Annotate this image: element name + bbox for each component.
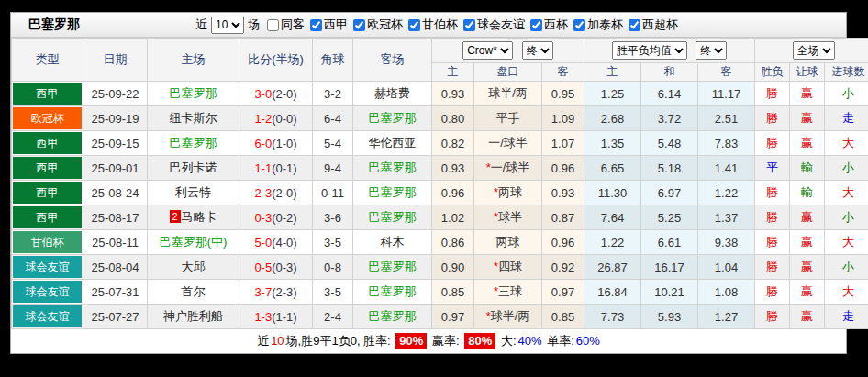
league-badge: 西甲 — [13, 206, 82, 228]
league-checkbox[interactable] — [530, 19, 542, 31]
match-score: 3-7(2-3) — [239, 280, 313, 305]
result-goals: 小 — [825, 82, 868, 106]
col-header-date: 日期 — [83, 39, 148, 82]
avg-away-value: 7.83 — [698, 131, 755, 156]
league-checkbox[interactable] — [629, 19, 640, 31]
odds-home-value: 0.93 — [432, 82, 474, 106]
league-label: 球会友谊 — [477, 17, 525, 33]
handicap-value: *球半 — [474, 205, 542, 230]
result-goals: 小 — [825, 205, 868, 230]
halftime-score: (2-0) — [272, 186, 296, 200]
fulltime-score: 1-1 — [254, 161, 272, 175]
avg-type-select[interactable]: 胜平负均值 — [612, 41, 687, 60]
odds-away-value: 1.09 — [542, 106, 584, 131]
result-winloss: 勝 — [755, 280, 790, 305]
result-goals: 小 — [825, 156, 868, 181]
fulltime-score: 3-0 — [254, 87, 272, 101]
odds-away-value: 0.97 — [542, 280, 584, 305]
corner-score: 0-11 — [313, 181, 353, 205]
scope-select[interactable]: 全场 — [793, 41, 835, 60]
result-winloss: 勝 — [755, 181, 790, 205]
league-checkbox[interactable] — [573, 19, 585, 31]
table-row: 西甲 25-08-24 利云特 2-3(2-0) 0-11 巴塞罗那 0.96 … — [12, 181, 868, 205]
result-handicap: 赢 — [790, 230, 825, 255]
avg-away-value: 2.51 — [698, 106, 755, 131]
league-checkbox[interactable] — [310, 19, 322, 31]
avg-draw-value: 5.25 — [641, 205, 698, 230]
odds-away-value: 0.92 — [542, 255, 584, 280]
table-row: 球会友谊 25-08-04 大邱 0-5(0-3) 0-8 巴塞罗那 0.90 … — [12, 255, 868, 280]
sub-header-avg-away: 客 — [698, 63, 755, 82]
avg-home-value: 2.68 — [584, 106, 641, 131]
league-type-cell: 西甲 — [12, 156, 83, 181]
red-card-badge: 2 — [170, 210, 181, 223]
fulltime-score: 1-3 — [254, 310, 272, 324]
league-type-cell: 西甲 — [12, 82, 83, 106]
home-team: 大邱 — [148, 255, 239, 280]
avg-away-value: 1.27 — [698, 305, 755, 329]
odds-home-value: 0.82 — [432, 131, 474, 156]
result-goals: 大 — [825, 181, 868, 205]
result-handicap: 赢 — [790, 106, 825, 131]
avg-away-value: 1.41 — [698, 156, 755, 181]
match-date: 25-07-27 — [83, 305, 148, 329]
avg-stage-select[interactable]: 终 — [696, 41, 727, 60]
odds-home-value: 0.96 — [432, 181, 474, 205]
league-checkbox[interactable] — [353, 19, 365, 31]
home-team: 巴塞罗那 — [148, 82, 239, 106]
summary-text: 近 — [257, 334, 269, 348]
avg-home-value: 1.35 — [584, 131, 641, 156]
away-team: 巴塞罗那 — [353, 205, 432, 230]
win-rate-badge: 90% — [395, 333, 427, 349]
match-date: 25-09-15 — [83, 131, 148, 156]
away-team: 巴塞罗那 — [353, 305, 432, 329]
match-score: 2-3(2-0) — [239, 181, 313, 205]
match-date: 25-07-31 — [83, 280, 148, 305]
result-handicap: 赢 — [790, 131, 825, 156]
halftime-score: (0-3) — [272, 261, 296, 274]
odds-home-value: 0.90 — [432, 255, 474, 280]
odds-stage-select[interactable]: 终 — [522, 41, 553, 60]
odds-home-value: 1.02 — [432, 205, 474, 230]
handicap-value: *一/球半 — [474, 131, 542, 156]
match-score: 3-0(2-0) — [239, 82, 313, 106]
sub-header-avg-home: 主 — [584, 63, 641, 82]
away-team: 巴塞罗那 — [353, 255, 432, 280]
result-handicap: 赢 — [790, 205, 825, 230]
avg-select-group: 胜平负均值 终 — [584, 39, 755, 63]
avg-home-value: 7.64 — [584, 205, 641, 230]
sub-header-result: 胜负 — [755, 63, 790, 82]
result-handicap: 赢 — [790, 280, 825, 305]
same-away-checkbox[interactable] — [267, 19, 279, 31]
match-count-select[interactable]: 10 — [211, 17, 244, 34]
avg-away-value: 1.04 — [698, 255, 755, 280]
league-checkbox[interactable] — [463, 19, 475, 31]
table-row: 球会友谊 25-07-31 首尔 3-7(2-3) 3-5 巴塞罗那 0.85 … — [12, 280, 868, 305]
match-score: 1-3(1-1) — [239, 305, 313, 329]
halftime-score: (1-1) — [272, 310, 296, 324]
away-team: 科木 — [353, 230, 432, 255]
sub-header-handicap-result: 让球 — [790, 63, 825, 82]
odds-home-value: 0.86 — [432, 230, 474, 255]
league-label: 甘伯杯 — [422, 17, 458, 33]
result-winloss: 勝 — [755, 255, 790, 280]
corner-score: 5-4 — [313, 131, 353, 156]
result-goals: 走 — [825, 106, 868, 131]
league-checkbox[interactable] — [408, 19, 420, 31]
handicap-value: *球半/两 — [474, 305, 542, 329]
games-label: 场 — [248, 17, 260, 33]
league-badge: 球会友谊 — [13, 281, 82, 303]
table-row: 西甲 25-09-01 巴列卡诺 1-1(0-1) 9-4 巴塞罗那 0.93 … — [12, 156, 868, 181]
col-header-home: 主场 — [148, 39, 239, 82]
result-winloss: 勝 — [755, 82, 790, 106]
halftime-score: (0-0) — [272, 112, 296, 126]
avg-home-value: 16.84 — [584, 280, 641, 305]
league-badge: 甘伯杯 — [13, 231, 82, 253]
result-goals: 大 — [825, 131, 868, 156]
handicap-value: *两球 — [474, 181, 542, 205]
odds-company-select[interactable]: Crow* — [462, 41, 513, 60]
sub-header-avg-draw: 和 — [641, 63, 698, 82]
league-filter-option: 加泰杯 — [568, 17, 623, 33]
avg-draw-value: 3.72 — [641, 106, 698, 131]
table-row: 西甲 25-09-22 巴塞罗那 3-0(2-0) 3-2 赫塔费 0.93 *… — [12, 82, 868, 106]
